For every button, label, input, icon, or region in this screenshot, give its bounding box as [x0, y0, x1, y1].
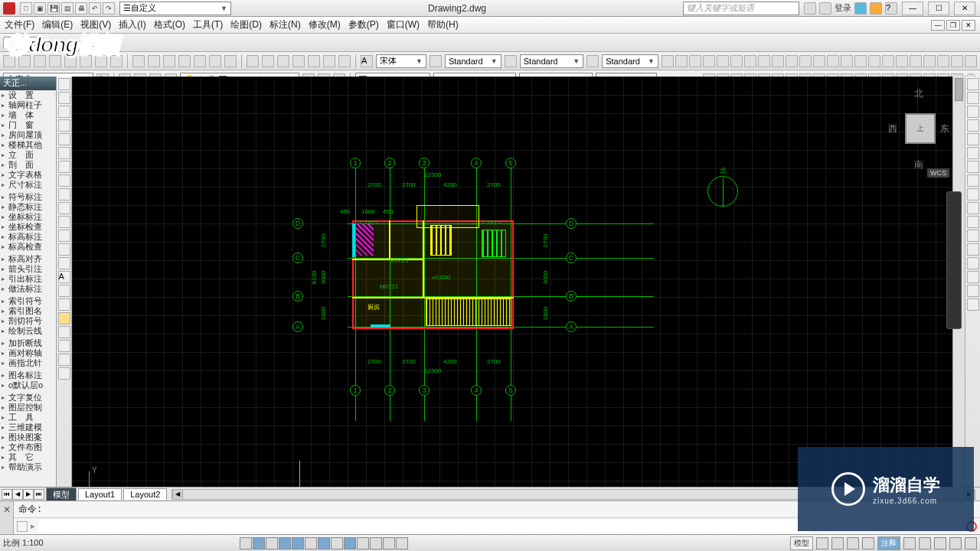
vtool-icon[interactable]	[58, 230, 70, 242]
tool-icon[interactable]	[95, 55, 107, 67]
modelspace-button[interactable]: 模型	[790, 536, 813, 550]
vtool-icon[interactable]	[58, 147, 70, 159]
vtool-icon[interactable]	[58, 78, 70, 90]
tab-layout2[interactable]: Layout2	[123, 488, 167, 500]
scale-label[interactable]: 比例 1:100	[3, 537, 44, 549]
qat-open-icon[interactable]: ▣	[34, 2, 46, 15]
tree-item[interactable]: ▸绘制云线	[0, 326, 56, 336]
dimtool-icon[interactable]	[937, 55, 949, 67]
dimtool-icon[interactable]	[717, 55, 729, 67]
sb-icon[interactable]	[831, 537, 844, 549]
dimtool-icon[interactable]	[910, 55, 922, 67]
vtool-icon[interactable]	[58, 202, 70, 214]
vtool-icon[interactable]	[58, 243, 70, 256]
tool-icon[interactable]	[338, 55, 351, 67]
dimtool-icon[interactable]	[923, 55, 936, 67]
tool-icon[interactable]	[247, 55, 259, 67]
mdi-restore-button[interactable]: ❐	[946, 20, 960, 31]
viewcube-east[interactable]: 东	[940, 122, 949, 135]
mdi-close-button[interactable]: ✕	[962, 20, 975, 31]
vtool-icon[interactable]	[58, 92, 70, 104]
tool-icon[interactable]	[277, 55, 289, 67]
tool-icon[interactable]	[34, 55, 46, 67]
tree-item[interactable]: ▸o默认层o	[0, 380, 56, 390]
vtool-icon[interactable]	[58, 285, 70, 297]
sb-icon[interactable]	[919, 537, 931, 549]
rtool-icon[interactable]	[967, 230, 979, 242]
dimtool-icon[interactable]	[744, 55, 756, 67]
tool-icon[interactable]	[323, 55, 335, 67]
zoom-icon[interactable]	[178, 55, 191, 67]
menu-help[interactable]: 帮助(H)	[427, 18, 459, 31]
autodesk360-icon[interactable]	[870, 2, 882, 15]
viewcube-north[interactable]: 北	[914, 87, 923, 100]
dimtool-icon[interactable]	[799, 55, 812, 67]
rtool-icon[interactable]	[967, 216, 979, 228]
tree-item[interactable]: ▸标高检查	[0, 242, 56, 252]
viewcube-south[interactable]: 南	[914, 158, 923, 171]
grid-toggle[interactable]	[253, 537, 265, 549]
vtool-icon[interactable]	[58, 216, 70, 228]
sb-icon[interactable]	[816, 537, 828, 549]
dimtool-icon[interactable]	[854, 55, 867, 67]
tree-item[interactable]: ▸尺寸标注	[0, 180, 56, 190]
tool-icon[interactable]	[18, 55, 31, 67]
vtool-icon[interactable]	[58, 340, 70, 352]
qat-redo-icon[interactable]: ↷	[103, 2, 115, 15]
tab-last-icon[interactable]: ⏭	[34, 489, 44, 500]
exchange-icon[interactable]	[854, 2, 867, 15]
signin-icon[interactable]	[819, 2, 831, 15]
tool-icon[interactable]	[308, 55, 320, 67]
zoom-icon[interactable]	[194, 55, 206, 67]
font-combo[interactable]: 宋体▼	[376, 54, 426, 68]
polar-toggle[interactable]	[279, 537, 291, 549]
vtool-icon[interactable]	[58, 326, 70, 338]
tab-model[interactable]: 模型	[46, 487, 77, 501]
sb-icon[interactable]	[934, 537, 946, 549]
vtool-icon[interactable]	[58, 312, 70, 324]
tool-icon[interactable]	[80, 55, 92, 67]
sb-icon[interactable]	[965, 537, 977, 549]
dimtool-icon[interactable]	[675, 55, 688, 67]
command-close-bar[interactable]: ✕	[0, 501, 14, 534]
vtool-icon[interactable]	[58, 106, 70, 118]
mdi-minimize-button[interactable]: —	[931, 20, 945, 31]
sb-icon[interactable]	[949, 537, 962, 549]
qat-save-icon[interactable]: 💾	[47, 2, 60, 15]
textstyle-combo[interactable]: Standard▼	[445, 54, 501, 68]
help-search-input[interactable]: 键入关键字或短语	[683, 2, 799, 15]
qp-toggle[interactable]	[383, 537, 395, 549]
dimtool-icon[interactable]	[689, 55, 701, 67]
vtool-icon[interactable]	[58, 257, 70, 269]
rtool-icon[interactable]	[967, 257, 979, 269]
menu-insert[interactable]: 插入(I)	[119, 18, 145, 31]
qat-new-icon[interactable]: □	[20, 2, 32, 15]
dimtool-icon[interactable]	[786, 55, 798, 67]
dimtool-icon[interactable]	[882, 55, 894, 67]
dimtool-icon[interactable]	[758, 55, 770, 67]
menu-file[interactable]: 文件(F)	[5, 18, 34, 31]
pan-icon[interactable]	[132, 55, 145, 67]
ducs-toggle[interactable]	[331, 537, 343, 549]
rtool-icon[interactable]	[967, 188, 979, 201]
tool-icon[interactable]	[292, 55, 305, 67]
viewcube[interactable]: 北 南 东 西 上	[888, 87, 949, 171]
sb-icon[interactable]	[903, 537, 916, 549]
help-icon[interactable]: ?	[885, 2, 897, 15]
sb-icon[interactable]	[847, 537, 859, 549]
login-label[interactable]: 登录	[835, 2, 851, 14]
tree-item[interactable]: ▸画指北针	[0, 358, 56, 368]
rtool-icon[interactable]	[967, 243, 979, 256]
zoom-icon[interactable]	[209, 55, 221, 67]
rtool-icon[interactable]	[967, 202, 979, 214]
rtool-icon[interactable]	[967, 161, 979, 173]
command-input[interactable]	[38, 520, 810, 533]
viewcube-face[interactable]: 上	[905, 113, 936, 144]
dimtool-icon[interactable]	[730, 55, 743, 67]
rtool-icon[interactable]	[967, 298, 979, 311]
dimtool-icon[interactable]	[965, 55, 977, 67]
drawing-tab[interactable]: Draw...	[3, 37, 43, 48]
dimstyle-combo[interactable]: Standard▼	[520, 54, 583, 68]
tree-item[interactable]: ▸做法标注	[0, 284, 56, 294]
rtool-icon[interactable]	[967, 119, 979, 132]
